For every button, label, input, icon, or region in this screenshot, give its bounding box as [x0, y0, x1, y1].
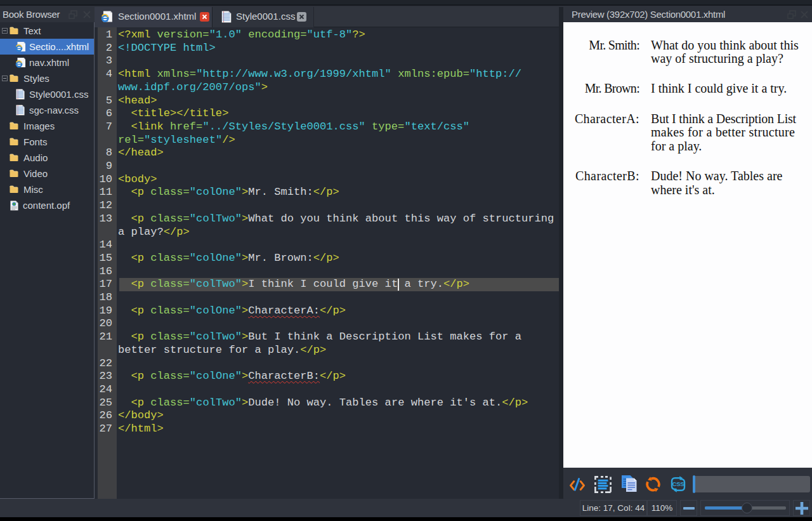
- svg-text:CSS: CSS: [672, 481, 684, 487]
